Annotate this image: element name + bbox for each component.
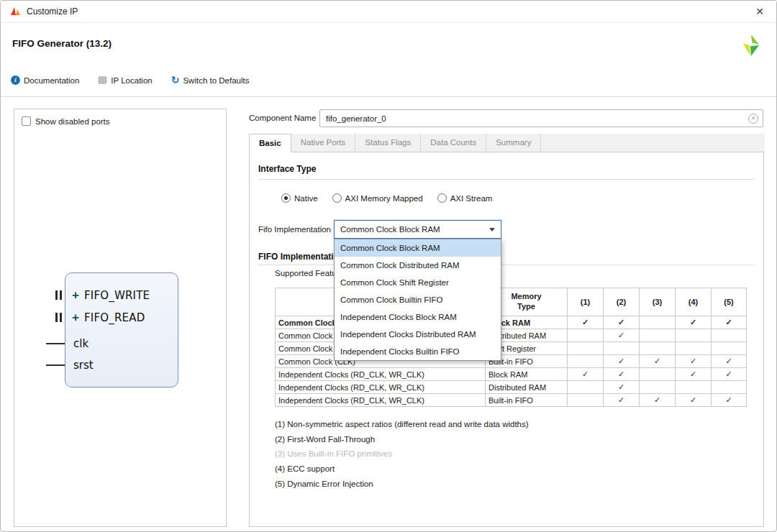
clear-icon[interactable]: ✕ <box>748 114 758 124</box>
toolbar-divider <box>1 96 776 97</box>
interface-port-label: FIFO_READ <box>84 311 145 324</box>
tab-basic[interactable]: Basic <box>249 134 291 152</box>
table-row: Independent Clocks (RD_CLK, WR_CLK) Buil… <box>276 394 747 407</box>
window-title: Customize IP <box>27 6 78 17</box>
documentation-button[interactable]: i Documentation <box>11 75 79 85</box>
tab-data-counts[interactable]: Data Counts <box>421 134 486 152</box>
show-disabled-ports-option[interactable]: Show disabled ports <box>22 116 110 126</box>
tab-native-ports[interactable]: Native Ports <box>291 134 356 152</box>
ip-location-label: IP Location <box>111 76 152 85</box>
dropdown-option[interactable]: Independent Clocks Distributed RAM <box>335 326 501 343</box>
port-row-srst: srst <box>65 357 178 374</box>
xilinx-logo <box>740 34 762 57</box>
dropdown-option[interactable]: Common Clock Block RAM <box>335 239 501 257</box>
close-icon[interactable]: ✕ <box>752 6 768 17</box>
dropdown-option[interactable]: Independent Clocks Builtin FIFO <box>335 343 501 360</box>
port-row-clk: clk <box>65 335 178 352</box>
fifo-implementation-combobox[interactable]: Common Clock Block RAM <box>334 220 501 239</box>
switch-to-defaults-label: Switch to Defaults <box>183 76 249 85</box>
dropdown-option[interactable]: Common Clock Distributed RAM <box>335 257 501 274</box>
radio-axi-mm-label: AXI Memory Mapped <box>345 194 423 203</box>
radio-axi-memory-mapped[interactable]: AXI Memory Mapped <box>332 193 423 203</box>
info-icon: i <box>11 75 20 85</box>
feature-header-4: (4) <box>676 288 712 316</box>
section-rule <box>258 179 755 180</box>
basic-tab-content: Interface Type Native AXI Memory Mapped … <box>249 152 764 527</box>
fifo-implementation-label: Fifo Implementation <box>258 225 331 234</box>
tab-summary[interactable]: Summary <box>486 134 541 152</box>
component-name-input[interactable] <box>326 114 748 123</box>
documentation-label: Documentation <box>24 76 79 85</box>
interface-port-symbol <box>55 290 63 300</box>
radio-native-label: Native <box>294 194 318 203</box>
interface-port-label: FIFO_WRITE <box>84 289 150 302</box>
ip-location-icon <box>98 75 107 85</box>
dropdown-option[interactable]: Common Clock Shift Register <box>335 274 501 291</box>
ip-symbol-panel: Show disabled ports + FIFO_WRITE + FIFO_… <box>14 109 227 527</box>
footnote-1: (1) Non-symmetric aspect ratios (differe… <box>275 417 529 432</box>
feature-header-2: (2) <box>604 288 640 316</box>
title-bar: Customize IP ✕ <box>1 1 776 23</box>
component-name-label: Component Name <box>249 114 316 122</box>
footnote-5: (5) Dynamic Error Injection <box>275 477 529 492</box>
feature-header-3: (3) <box>640 288 676 316</box>
ip-location-button[interactable]: IP Location <box>98 75 152 85</box>
port-row-fifo-write: + FIFO_WRITE <box>65 287 178 304</box>
radio-icon[interactable] <box>281 193 291 203</box>
expand-plus-icon[interactable]: + <box>72 288 79 303</box>
interface-type-radio-group: Native AXI Memory Mapped AXI Stream <box>281 193 492 203</box>
toolbar: i Documentation IP Location ↻ Switch to … <box>11 75 249 85</box>
radio-axi-stream[interactable]: AXI Stream <box>437 193 493 203</box>
pin-port-label: clk <box>73 337 88 350</box>
pin-port-label: srst <box>73 359 94 372</box>
vivado-app-icon <box>9 6 21 17</box>
dropdown-option[interactable]: Common Clock Builtin FIFO <box>335 291 501 308</box>
section-rule <box>258 265 755 265</box>
tab-status-flags[interactable]: Status Flags <box>355 134 421 152</box>
refresh-icon: ↻ <box>171 75 180 85</box>
interface-port-symbol <box>55 313 63 322</box>
fifo-implementation-dropdown: Common Clock Block RAM Common Clock Dist… <box>334 239 501 361</box>
chevron-down-icon <box>489 228 495 231</box>
footnote-2: (2) First-Word Fall-Through <box>275 432 529 447</box>
show-disabled-ports-checkbox[interactable] <box>22 116 31 126</box>
page-title: FIFO Generator (13.2) <box>12 38 112 49</box>
show-disabled-ports-label: Show disabled ports <box>35 117 110 126</box>
component-name-field: ✕ <box>319 109 763 127</box>
interface-type-heading: Interface Type <box>258 164 316 174</box>
fifo-implementation-heading: FIFO Implementation <box>258 252 344 262</box>
radio-icon[interactable] <box>437 193 447 203</box>
footnotes: (1) Non-symmetric aspect ratios (differe… <box>275 417 529 492</box>
radio-axi-stream-label: AXI Stream <box>450 194 493 203</box>
table-row: Independent Clocks (RD_CLK, WR_CLK) Dist… <box>276 381 747 394</box>
radio-icon[interactable] <box>332 193 342 203</box>
feature-header-1: (1) <box>568 288 604 316</box>
port-row-fifo-read: + FIFO_READ <box>65 309 178 326</box>
table-row: Independent Clocks (RD_CLK, WR_CLK) Bloc… <box>276 368 747 381</box>
footnote-3: (3) Uses Built-in FIFO primitives <box>275 446 529 462</box>
expand-plus-icon[interactable]: + <box>72 311 79 325</box>
tab-bar: Basic Native Ports Status Flags Data Cou… <box>249 134 765 152</box>
radio-native[interactable]: Native <box>281 193 318 203</box>
combobox-value: Common Clock Block RAM <box>340 225 440 234</box>
clk-pin-stub <box>46 343 65 344</box>
footnote-4: (4) ECC support <box>275 462 529 477</box>
switch-to-defaults-button[interactable]: ↻ Switch to Defaults <box>171 75 250 85</box>
srst-pin-stub <box>46 364 65 366</box>
dropdown-option[interactable]: Independent Clocks Block RAM <box>335 308 501 326</box>
feature-header-5: (5) <box>712 288 747 316</box>
customize-ip-dialog: Customize IP ✕ FIFO Generator (13.2) i D… <box>0 0 777 532</box>
